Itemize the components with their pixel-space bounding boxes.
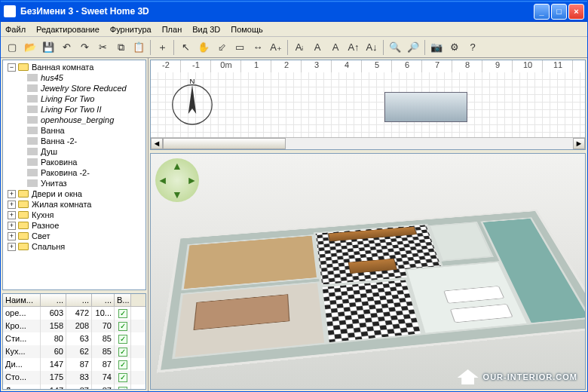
scroll-right-button[interactable]: ► xyxy=(573,138,585,149)
snapshot-icon[interactable]: 📷 xyxy=(428,39,445,56)
col-d[interactable]: ... xyxy=(66,294,92,306)
table-row[interactable]: Сто...1758374✓ xyxy=(3,371,145,384)
scroll-left-button[interactable]: ◄ xyxy=(151,138,163,149)
minimize-button[interactable]: _ xyxy=(534,4,550,20)
nav-left-button[interactable]: ◄ xyxy=(155,173,170,187)
menu-edit[interactable]: Редактирование xyxy=(36,25,100,34)
room-icon[interactable]: ▭ xyxy=(231,39,248,56)
tree-cat-5[interactable]: +Спальня xyxy=(5,241,144,252)
ruler-mark: -1 xyxy=(181,60,211,72)
redo-icon[interactable]: ↷ xyxy=(76,39,93,56)
pointer-icon[interactable]: ↖ xyxy=(177,39,194,56)
titlebar[interactable]: БезИмени 3 - Sweet Home 3D _ □ × xyxy=(1,1,587,22)
menubar: Файл Редактирование Фурнитура План Вид 3… xyxy=(1,22,587,37)
plan-horizontal-scrollbar[interactable]: ◄ ► xyxy=(151,137,585,149)
visibility-checkbox[interactable]: ✓ xyxy=(118,348,127,357)
plan-canvas[interactable]: N xyxy=(151,72,585,137)
ruler-mark: 10 xyxy=(513,60,543,72)
left-panel: −Ванная комнатаhus45Jewelry Store Reduce… xyxy=(1,58,149,391)
visibility-checkbox[interactable]: ✓ xyxy=(118,387,127,390)
table-row[interactable]: оре...60347210...✓ xyxy=(3,307,145,320)
tree-root-bathroom[interactable]: −Ванная комната xyxy=(5,62,144,72)
menu-help[interactable]: Помощь xyxy=(231,25,263,34)
tree-item-8[interactable]: Раковина xyxy=(5,157,144,167)
compass-icon[interactable]: N xyxy=(166,77,219,130)
table-row[interactable]: Ди...1478787✓ xyxy=(3,358,145,371)
menu-furniture[interactable]: Фурнитура xyxy=(110,25,152,34)
menu-file[interactable]: Файл xyxy=(5,25,26,34)
scroll-thumb[interactable] xyxy=(163,138,286,149)
toolbar-separator xyxy=(287,40,288,55)
copy-icon[interactable]: ⧉ xyxy=(112,39,129,56)
cut-icon[interactable]: ✂ xyxy=(94,39,111,56)
col-vis[interactable]: В... xyxy=(115,294,131,306)
ruler-mark: 3 xyxy=(302,60,332,72)
view-3d-pane[interactable]: ▲ ◄► ▼ OUR-INTERIOR.COM xyxy=(150,153,586,390)
col-w[interactable]: ... xyxy=(41,294,66,306)
tree-item-7[interactable]: Душ xyxy=(5,146,144,157)
bold-icon[interactable]: A xyxy=(309,39,326,56)
settings-icon[interactable]: ⚙ xyxy=(446,39,463,56)
plan-preview-building[interactable] xyxy=(384,92,467,122)
table-row[interactable]: Ди...1478787✓ xyxy=(3,384,145,390)
visibility-checkbox[interactable]: ✓ xyxy=(118,335,127,344)
text-icon[interactable]: A₊ xyxy=(268,39,284,56)
tree-item-4[interactable]: openhouse_berging xyxy=(5,115,144,125)
hand-icon[interactable]: ✋ xyxy=(195,39,212,56)
col-h[interactable]: ... xyxy=(92,294,115,306)
tree-item-0[interactable]: hus45 xyxy=(5,72,144,83)
maximize-button[interactable]: □ xyxy=(551,4,567,20)
tree-item-5[interactable]: Ванна xyxy=(5,125,144,136)
visibility-checkbox[interactable]: ✓ xyxy=(118,309,127,318)
tree-item-9[interactable]: Раковина -2- xyxy=(5,167,144,178)
italic-icon[interactable]: A xyxy=(327,39,344,56)
tree-item-3[interactable]: Living For Two II xyxy=(5,104,144,115)
col-name[interactable]: Наим... xyxy=(3,294,41,306)
decrease-icon[interactable]: A↓ xyxy=(363,39,380,56)
ruler-mark: 8 xyxy=(452,60,482,72)
furniture-catalog-tree[interactable]: −Ванная комнатаhus45Jewelry Store Reduce… xyxy=(2,60,146,290)
dimension-icon[interactable]: ↔ xyxy=(250,39,266,56)
wall-icon[interactable]: ⬃ xyxy=(213,39,230,56)
table-row[interactable]: Кро...15820870✓ xyxy=(3,320,145,332)
zoom-in-icon[interactable]: 🔍 xyxy=(387,39,403,56)
help-icon[interactable]: ? xyxy=(464,39,481,56)
table-row[interactable]: Сти...806385✓ xyxy=(3,332,145,345)
nav-up-button[interactable]: ▲ xyxy=(170,158,184,173)
close-button[interactable]: × xyxy=(568,4,584,20)
nav-down-button[interactable]: ▼ xyxy=(170,188,184,202)
furniture-list-table[interactable]: Наим... ... ... ... В... оре...60347210.… xyxy=(2,293,146,390)
tree-cat-3[interactable]: +Разное xyxy=(5,220,144,231)
menu-view3d[interactable]: Вид 3D xyxy=(192,25,220,34)
zoom-out-icon[interactable]: 🔎 xyxy=(405,39,421,56)
nav-3d-control[interactable]: ▲ ◄► ▼ xyxy=(155,158,199,202)
tree-item-10[interactable]: Унитаз xyxy=(5,178,144,188)
undo-icon[interactable]: ↶ xyxy=(58,39,75,56)
scroll-track[interactable] xyxy=(163,138,573,149)
tree-cat-2[interactable]: +Кухня xyxy=(5,210,144,220)
tree-cat-4[interactable]: +Свет xyxy=(5,231,144,241)
tree-item-1[interactable]: Jewelry Store Reduced xyxy=(5,83,144,93)
table-row[interactable]: Кух...606285✓ xyxy=(3,345,145,358)
paste-icon[interactable]: 📋 xyxy=(130,39,147,56)
tree-item-6[interactable]: Ванна -2- xyxy=(5,136,144,146)
save-icon[interactable]: 💾 xyxy=(40,39,57,56)
tree-cat-0[interactable]: +Двери и окна xyxy=(5,188,144,199)
floor-plan-3d[interactable] xyxy=(157,210,586,373)
app-icon xyxy=(4,5,16,17)
tree-cat-1[interactable]: +Жилая комната xyxy=(5,199,144,210)
new-icon[interactable]: ▢ xyxy=(4,39,20,56)
ruler-mark: 4 xyxy=(332,60,362,72)
visibility-checkbox[interactable]: ✓ xyxy=(118,360,127,369)
plan-2d-pane[interactable]: -2-10m1234567891011 N ◄ ► xyxy=(150,60,586,150)
ruler-mark: 11 xyxy=(543,60,573,72)
visibility-checkbox[interactable]: ✓ xyxy=(118,322,127,331)
add-furniture-icon[interactable]: ＋ xyxy=(154,39,170,56)
visibility-checkbox[interactable]: ✓ xyxy=(118,373,127,382)
text-style-icon[interactable]: Aᵢ xyxy=(291,39,308,56)
open-icon[interactable]: 📂 xyxy=(22,39,38,56)
tree-item-2[interactable]: Living For Two xyxy=(5,93,144,104)
increase-icon[interactable]: A↑ xyxy=(345,39,362,56)
menu-plan[interactable]: План xyxy=(162,25,182,34)
nav-right-button[interactable]: ► xyxy=(185,173,199,187)
